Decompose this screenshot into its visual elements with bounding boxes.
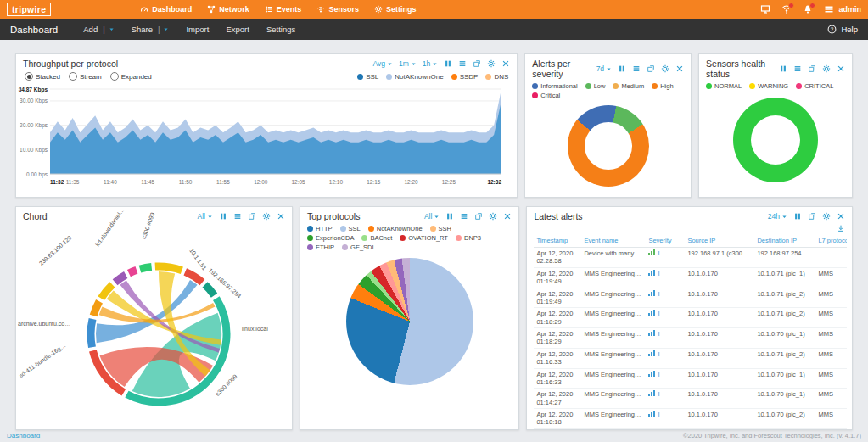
download-icon[interactable] (837, 224, 845, 232)
legend-item-notaknownone[interactable]: NotAKnownOne (386, 73, 443, 81)
legend-item-high[interactable]: High (652, 82, 673, 90)
gear-icon[interactable] (661, 64, 669, 73)
panel-controls: 24h (768, 212, 845, 221)
aggregation-dropdown[interactable]: Avg (373, 59, 394, 68)
filter-dropdown[interactable]: All (424, 212, 440, 221)
alert-source-ip: 10.1.0.170 (685, 409, 754, 429)
nav-item-dashboard[interactable]: Dashboard (140, 5, 192, 14)
column-header-l7-protocol[interactable]: L7 protocol (815, 234, 847, 248)
alert-row[interactable]: Apr 12, 202001:18:29MMS Engineering…I10.… (534, 328, 847, 349)
alert-row[interactable]: Apr 12, 202001:19:49MMS Engineering…I10.… (534, 267, 847, 288)
gear-icon[interactable] (262, 212, 271, 221)
nav-item-settings[interactable]: Settings (374, 5, 417, 14)
help-button[interactable]: Help (827, 25, 858, 34)
pause-icon[interactable] (793, 212, 802, 221)
top-protocols-pie-chart[interactable] (346, 258, 473, 385)
chart-menu-icon[interactable] (632, 64, 641, 73)
legend-item-ssdp[interactable]: SSDP (451, 73, 479, 81)
pause-icon[interactable] (445, 212, 454, 221)
timerange-dropdown[interactable]: 1h (423, 59, 438, 68)
popout-icon[interactable] (808, 64, 816, 73)
menu-item-settings[interactable]: Settings (266, 25, 295, 34)
column-header-timestamp[interactable]: Timestamp (534, 234, 581, 248)
legend-item-experioncda[interactable]: ExperionCDA (307, 234, 354, 242)
pause-icon[interactable] (779, 64, 787, 73)
alert-row[interactable]: Apr 12, 202001:16:33MMS Engineering…I10.… (534, 368, 847, 389)
gear-icon[interactable] (487, 59, 496, 68)
legend-item-ssl[interactable]: SSL (357, 73, 378, 81)
legend-item-dnp3[interactable]: DNP3 (456, 234, 481, 242)
column-header-event-name[interactable]: Event name (581, 234, 646, 248)
legend-item-normal[interactable]: NORMAL (706, 82, 742, 90)
close-icon[interactable] (837, 212, 845, 221)
column-header-destination-ip[interactable]: Destination IP (754, 234, 815, 248)
mode-radio-expanded[interactable]: Expanded (110, 72, 152, 81)
pause-icon[interactable] (444, 59, 452, 68)
mode-radio-stream[interactable]: Stream (69, 72, 102, 81)
alert-row[interactable]: Apr 12, 202001:19:49MMS Engineering…I10.… (534, 288, 847, 308)
close-icon[interactable] (837, 64, 845, 73)
nav-item-events[interactable]: Events (265, 5, 302, 14)
menu-item-add[interactable]: Add| (83, 25, 114, 34)
alert-row[interactable]: Apr 12, 202002:28:58Device with many…L19… (534, 248, 847, 268)
gear-icon[interactable] (489, 212, 497, 221)
popout-icon[interactable] (248, 212, 256, 221)
close-icon[interactable] (503, 212, 512, 221)
popout-icon[interactable] (808, 212, 816, 221)
timerange-dropdown[interactable]: 7d (596, 64, 612, 73)
legend-item-critical[interactable]: Critical (532, 92, 560, 99)
gear-icon[interactable] (822, 64, 831, 73)
nav-item-sensors[interactable]: Sensors (316, 5, 359, 14)
pause-icon[interactable] (618, 64, 626, 73)
tripwire-logo[interactable]: tripwire (7, 3, 51, 16)
chart-menu-icon[interactable] (458, 59, 467, 68)
legend-item-notaknownone[interactable]: NotAKnownOne (368, 225, 423, 232)
legend-item-ssl[interactable]: SSL (340, 225, 361, 232)
menu-item-share[interactable]: Share| (132, 25, 170, 34)
legend-item-warning[interactable]: WARNING (749, 82, 788, 90)
alert-row[interactable]: Apr 12, 202001:10:18MMS Engineering…I10.… (534, 409, 847, 429)
chart-menu-icon[interactable] (233, 212, 242, 221)
legend-item-http[interactable]: HTTP (307, 225, 333, 232)
admin-menu[interactable]: admin (824, 4, 861, 14)
close-icon[interactable] (501, 59, 510, 68)
menu-item-import[interactable]: Import (186, 25, 209, 34)
popout-icon[interactable] (647, 64, 655, 73)
column-header-source-ip[interactable]: Source IP (685, 234, 754, 248)
mode-radio-stacked[interactable]: Stacked (25, 72, 60, 81)
menu-item-export[interactable]: Export (226, 25, 249, 34)
legend-item-low[interactable]: Low (585, 82, 606, 90)
alerts-severity-donut-chart[interactable] (568, 105, 649, 187)
alert-destination-ip: 10.1.0.70 (plc_1) (754, 368, 815, 389)
monitor-status-button[interactable] (760, 4, 770, 14)
alert-row[interactable]: Apr 12, 202001:14:27MMS Engineering…I10.… (534, 389, 847, 409)
close-icon[interactable] (675, 64, 684, 73)
chart-menu-icon[interactable] (460, 212, 468, 221)
pause-icon[interactable] (219, 212, 227, 221)
popout-icon[interactable] (473, 59, 481, 68)
column-header-severity[interactable]: Severity (646, 234, 685, 248)
popout-icon[interactable] (474, 212, 483, 221)
notifications-button[interactable] (803, 4, 813, 14)
sensors-health-donut-chart[interactable] (733, 98, 818, 182)
legend-item-ge_sdi[interactable]: GE_SDI (342, 243, 374, 251)
sensor-alerts-button[interactable] (781, 4, 792, 14)
legend-item-dns[interactable]: DNS (485, 73, 508, 81)
alert-row[interactable]: Apr 12, 202001:18:29MMS Engineering…I10.… (534, 308, 847, 328)
gear-icon[interactable] (822, 212, 831, 221)
legend-item-ovation_rt[interactable]: OVATION_RT (400, 234, 448, 242)
chart-menu-icon[interactable] (793, 64, 802, 73)
legend-item-informational[interactable]: Informational (532, 82, 577, 90)
legend-item-ssh[interactable]: SSH (430, 225, 451, 232)
close-icon[interactable] (277, 212, 285, 221)
timerange-dropdown[interactable]: 24h (768, 212, 787, 221)
interval-dropdown[interactable]: 1m (399, 59, 417, 68)
legend-item-bacnet[interactable]: BACnet (361, 234, 392, 242)
filter-dropdown[interactable]: All (198, 212, 213, 221)
legend-item-ethip[interactable]: ETHIP (307, 243, 334, 251)
legend-item-critical[interactable]: CRITICAL (796, 82, 833, 90)
nav-item-network[interactable]: Network (207, 5, 249, 14)
alert-row[interactable]: Apr 12, 202001:16:33MMS Engineering…I10.… (534, 348, 847, 368)
footer-dashboard-link[interactable]: Dashboard (7, 432, 40, 439)
legend-item-medium[interactable]: Medium (613, 82, 644, 90)
